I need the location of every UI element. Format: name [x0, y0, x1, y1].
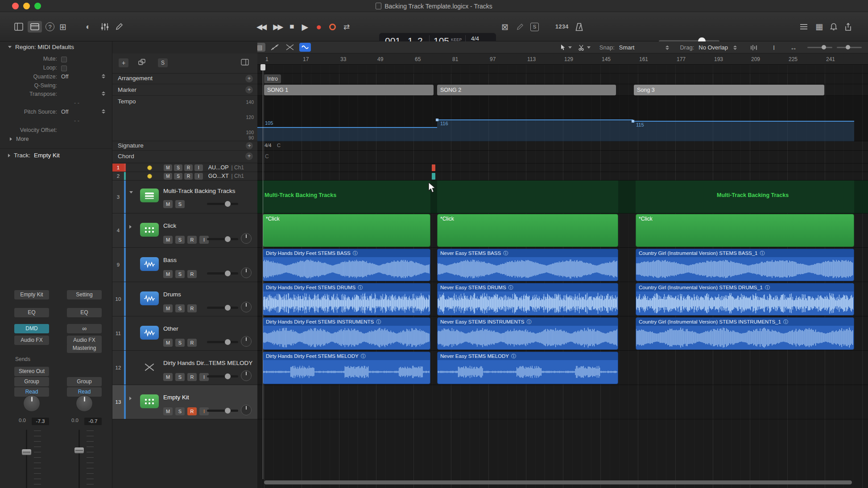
mute-checkbox[interactable]: [61, 57, 67, 62]
forward-button[interactable]: ▶▶: [273, 22, 282, 32]
volume-value[interactable]: -7.3: [32, 418, 49, 425]
tempo-segment[interactable]: [633, 121, 854, 141]
tempo-node[interactable]: [632, 120, 634, 123]
audio-region[interactable]: Dirty Hands Dirty Feet STEMS DRUMSⓘ: [263, 283, 430, 316]
pan-knob[interactable]: [241, 302, 252, 312]
track-name[interactable]: Other: [163, 325, 178, 332]
strip-sends-label[interactable]: Sends: [15, 356, 30, 362]
arrangement-marker-intro[interactable]: Intro: [264, 74, 281, 83]
lane-track-1[interactable]: [257, 164, 868, 172]
arrangement-track-header[interactable]: Arrangement +: [112, 74, 257, 84]
solo-button[interactable]: S: [174, 173, 182, 180]
rewind-button[interactable]: ◀◀: [256, 22, 265, 32]
pan-knob[interactable]: [241, 267, 252, 278]
disclosure-triangle[interactable]: [129, 225, 132, 229]
crossfade-icon[interactable]: [284, 43, 296, 52]
list-editors-icon[interactable]: [800, 21, 808, 33]
bar-ruler[interactable]: 1 17 33 49 65 81 97 113 129 145 161 177 …: [257, 53, 868, 65]
input-button[interactable]: I: [194, 164, 203, 171]
tempo-segment[interactable]: [437, 119, 633, 141]
disclosure-triangle[interactable]: [129, 397, 132, 400]
click-region[interactable]: *Click: [636, 214, 854, 247]
tempo-lane[interactable]: 105 116 115: [257, 96, 868, 141]
lane-click[interactable]: *Click *Click *Click: [257, 213, 868, 248]
track-name[interactable]: Dirty Hands Dir...TEMS MELODY: [163, 360, 252, 366]
pan-value[interactable]: 0.0: [67, 418, 83, 423]
stop-button[interactable]: ■: [289, 22, 294, 31]
solo-button[interactable]: S: [175, 407, 185, 415]
mute-button[interactable]: M: [164, 164, 172, 171]
inspector-toggle-icon[interactable]: [14, 21, 23, 33]
pointer-tool-menu[interactable]: [560, 44, 572, 51]
volume-slider[interactable]: [207, 203, 238, 205]
add-apple-loops-icon[interactable]: ⊞: [59, 21, 66, 33]
marker-song-3[interactable]: Song 3: [634, 85, 824, 95]
playhead-handle[interactable]: [260, 64, 265, 70]
click-region[interactable]: *Click: [437, 214, 618, 247]
strip-setting-button[interactable]: Setting: [67, 290, 102, 299]
mute-button[interactable]: M: [163, 270, 173, 278]
waveform-zoom-icon[interactable]: [748, 43, 760, 52]
lane-bass[interactable]: Dirty Hands Dirty Feet STEMS BASSⓘ Never…: [257, 248, 868, 282]
strip-compressor-button[interactable]: ∞: [67, 324, 102, 333]
disclosure-triangle[interactable]: [129, 191, 133, 193]
duplicate-track-button[interactable]: [138, 59, 146, 67]
solo-button[interactable]: S: [174, 164, 182, 171]
drag-dropdown[interactable]: No Overlap: [699, 44, 737, 51]
pitch-source-stepper[interactable]: [102, 109, 105, 114]
mute-button[interactable]: M: [163, 407, 173, 415]
audio-region[interactable]: Dirty Hands Dirty Feet STEMS BASSⓘ: [263, 249, 430, 281]
track-name[interactable]: GO...XT: [208, 173, 229, 179]
mute-button[interactable]: M: [164, 173, 172, 180]
transpose-stepper[interactable]: [102, 91, 105, 96]
audio-region[interactable]: Never Easy STEMS BASSⓘ: [437, 249, 618, 281]
play-button[interactable]: ▶: [302, 22, 309, 32]
marker-track-header[interactable]: Marker +: [112, 84, 257, 96]
pitch-source-value[interactable]: Off: [61, 109, 68, 115]
pan-knob[interactable]: [241, 233, 252, 244]
audio-region[interactable]: Country Girl (Instrumental Version) STEM…: [636, 283, 854, 316]
metronome-icon[interactable]: [575, 21, 583, 33]
audio-region[interactable]: Dirty Hands Dirty Feet STEMS INSTRUMENTS…: [263, 317, 430, 350]
region-inspector-header[interactable]: Region: MIDI Defaults: [8, 44, 74, 50]
volume-value[interactable]: -0.7: [84, 418, 102, 425]
vertical-auto-zoom-icon[interactable]: Ι: [768, 43, 780, 52]
add-signature-icon[interactable]: +: [246, 142, 253, 149]
pan-knob[interactable]: [23, 395, 40, 412]
track-header-config-button[interactable]: [241, 59, 249, 67]
record-button[interactable]: R: [187, 407, 197, 415]
mixer-icon[interactable]: [101, 21, 109, 33]
share-icon[interactable]: [844, 21, 852, 33]
pencil-dim-icon[interactable]: [516, 21, 524, 33]
mute-button[interactable]: M: [163, 236, 173, 244]
low-latency-icon[interactable]: ◐: [86, 21, 91, 33]
browsers-icon[interactable]: ▦: [815, 21, 823, 33]
strip-audio-fx-button[interactable]: Audio FX: [14, 336, 49, 345]
record-button[interactable]: ●: [316, 21, 322, 32]
volume-slider[interactable]: [207, 272, 238, 275]
pan-knob[interactable]: [241, 336, 252, 347]
track-name[interactable]: Bass: [163, 257, 177, 263]
signature-track-header[interactable]: Signature +: [112, 141, 257, 151]
track-name[interactable]: Drums: [163, 291, 181, 298]
track-name[interactable]: Click: [163, 222, 176, 229]
pencil-tool-icon[interactable]: [115, 21, 123, 33]
solo-button[interactable]: S: [175, 339, 185, 347]
track-inspector-header[interactable]: Track: Empty Kit: [8, 152, 60, 159]
cycle-button[interactable]: [329, 24, 336, 30]
track-header-11-other[interactable]: 11 Other M S R: [112, 316, 257, 351]
horizontal-zoom-slider[interactable]: [807, 47, 832, 48]
track-header-4-click[interactable]: 4 Click M S R I: [112, 213, 257, 248]
mute-button[interactable]: M: [163, 373, 173, 381]
marker-lane[interactable]: SONG 1 SONG 2 Song 3: [257, 84, 868, 96]
strip-eq-button[interactable]: EQ: [14, 308, 49, 317]
strip-audio-fx2-button[interactable]: Mastering: [67, 344, 102, 353]
strip-output-button[interactable]: Stereo Out: [14, 367, 49, 376]
audio-region[interactable]: Dirty Hands Dirty Feet STEMS MELODYⓘ: [263, 352, 430, 384]
pan-knob[interactable]: [76, 395, 93, 412]
flex-off-icon[interactable]: ⊠: [501, 21, 508, 33]
volume-slider[interactable]: [207, 410, 238, 412]
audio-region[interactable]: Country Girl (Instrumental Version) STEM…: [636, 317, 854, 350]
add-marker-icon[interactable]: +: [245, 86, 253, 94]
pan-knob[interactable]: [241, 370, 252, 381]
